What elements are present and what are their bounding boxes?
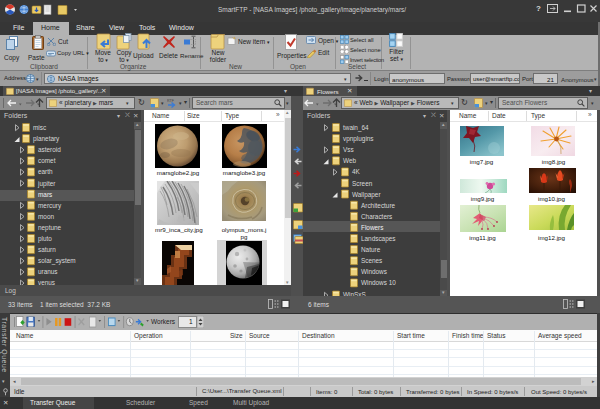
svg-text:RTF: RTF xyxy=(167,99,175,103)
